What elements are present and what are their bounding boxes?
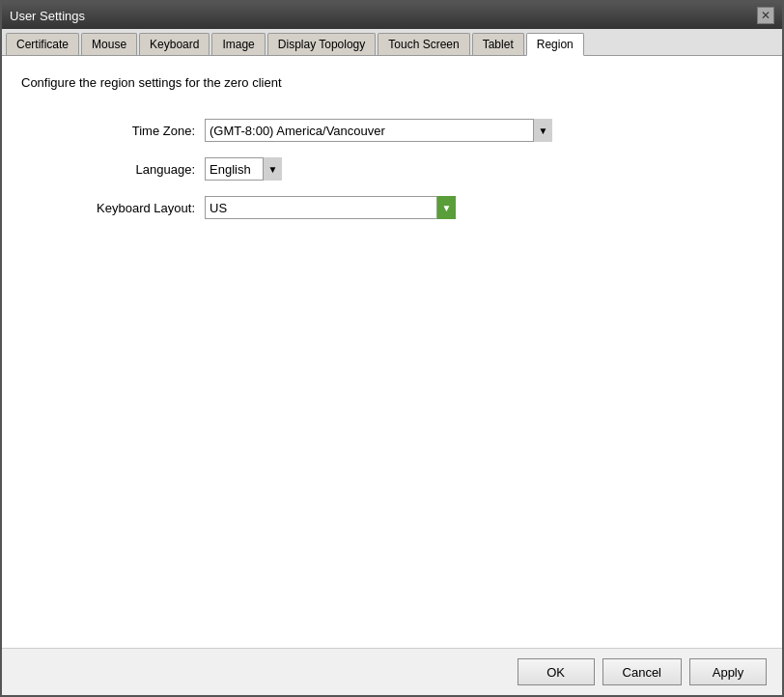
apply-button[interactable]: Apply — [689, 658, 767, 685]
time-zone-select-wrapper: (GMT-8:00) America/Vancouver ▼ — [205, 119, 552, 142]
footer: OK Cancel Apply — [2, 648, 782, 695]
tab-touch-screen[interactable]: Touch Screen — [378, 33, 469, 55]
language-select[interactable]: English — [205, 157, 282, 181]
keyboard-layout-label: Keyboard Layout: — [60, 201, 195, 215]
time-zone-row: Time Zone: (GMT-8:00) America/Vancouver … — [60, 119, 763, 142]
keyboard-layout-row: Keyboard Layout: US ▼ — [60, 196, 763, 219]
tab-tablet[interactable]: Tablet — [472, 33, 524, 55]
cancel-button[interactable]: Cancel — [602, 658, 682, 685]
ok-button[interactable]: OK — [518, 658, 595, 685]
language-select-wrapper: English ▼ — [205, 157, 282, 181]
tab-image[interactable]: Image — [211, 33, 265, 55]
window-title: User Settings — [10, 9, 85, 23]
tab-keyboard[interactable]: Keyboard — [139, 33, 210, 55]
keyboard-layout-select[interactable]: US — [205, 196, 456, 219]
close-button[interactable]: ✕ — [757, 7, 774, 24]
user-settings-window: User Settings ✕ Certificate Mouse Keyboa… — [0, 0, 784, 697]
page-description: Configure the region settings for the ze… — [21, 75, 763, 90]
tab-bar: Certificate Mouse Keyboard Image Display… — [2, 29, 782, 56]
time-zone-select[interactable]: (GMT-8:00) America/Vancouver — [205, 119, 552, 142]
tab-display-topology[interactable]: Display Topology — [267, 33, 377, 55]
time-zone-label: Time Zone: — [60, 124, 195, 138]
content-area: Configure the region settings for the ze… — [2, 56, 782, 648]
language-row: Language: English ▼ — [60, 157, 763, 181]
tab-region[interactable]: Region — [526, 33, 584, 56]
tab-certificate[interactable]: Certificate — [6, 33, 79, 55]
region-form: Time Zone: (GMT-8:00) America/Vancouver … — [60, 119, 763, 219]
title-bar: User Settings ✕ — [2, 2, 782, 29]
tab-mouse[interactable]: Mouse — [81, 33, 137, 55]
keyboard-layout-select-wrapper: US ▼ — [205, 196, 456, 219]
language-control: English ▼ — [205, 157, 282, 181]
time-zone-control: (GMT-8:00) America/Vancouver ▼ — [205, 119, 552, 142]
keyboard-layout-control: US ▼ — [205, 196, 456, 219]
language-label: Language: — [60, 162, 195, 177]
